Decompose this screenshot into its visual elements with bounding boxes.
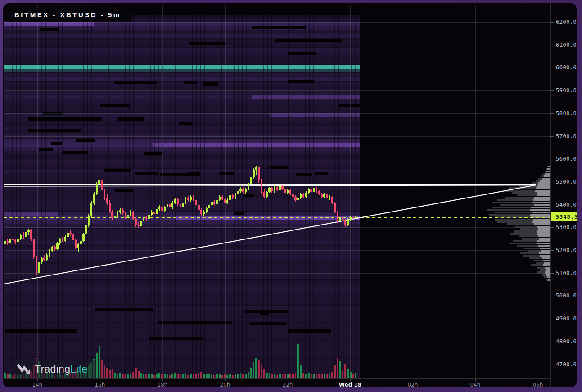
price-tick-label: 5700.0 bbox=[556, 133, 577, 140]
candle bbox=[261, 180, 262, 192]
candle bbox=[36, 257, 37, 272]
candle bbox=[294, 197, 296, 200]
time-tick-label: Wed 18 bbox=[339, 382, 361, 387]
time-tick-label: 02h bbox=[408, 382, 418, 387]
candle bbox=[72, 234, 74, 240]
candle bbox=[9, 239, 11, 243]
price-tick-label: 5500.0 bbox=[556, 179, 577, 185]
candle bbox=[318, 191, 320, 194]
candle bbox=[106, 198, 108, 203]
candle bbox=[276, 187, 278, 190]
price-tick-label: 6200.0 bbox=[556, 19, 577, 25]
candle bbox=[255, 167, 257, 170]
candle bbox=[62, 239, 63, 241]
candle bbox=[114, 216, 116, 218]
candle bbox=[140, 221, 142, 226]
candle bbox=[148, 215, 150, 219]
symbol-title: BITMEX - XBTUSD - 5m bbox=[4, 8, 132, 22]
candle bbox=[180, 204, 181, 207]
candle bbox=[229, 195, 231, 200]
candle bbox=[279, 186, 281, 190]
candle bbox=[347, 220, 349, 225]
candle bbox=[329, 197, 330, 198]
candle bbox=[127, 215, 129, 217]
candle bbox=[109, 203, 111, 212]
price-tick-label: 5100.0 bbox=[556, 270, 577, 276]
candle bbox=[161, 207, 163, 211]
candle bbox=[41, 258, 42, 262]
candle bbox=[59, 239, 61, 243]
candle bbox=[27, 230, 29, 232]
candles-layer bbox=[3, 3, 577, 387]
candle bbox=[258, 167, 260, 180]
tradinglite-logo-text: TradingLite bbox=[35, 363, 88, 375]
candle bbox=[274, 187, 275, 191]
candle bbox=[235, 194, 236, 198]
candle bbox=[82, 234, 84, 241]
candle bbox=[117, 212, 118, 216]
candle bbox=[138, 225, 140, 226]
candle bbox=[200, 210, 202, 214]
candle bbox=[208, 205, 210, 208]
candle bbox=[321, 194, 323, 197]
price-tick-mark bbox=[550, 205, 554, 205]
candle bbox=[266, 192, 268, 197]
candle bbox=[145, 217, 147, 219]
candle bbox=[250, 177, 252, 184]
candle bbox=[104, 190, 105, 198]
chart-canvas[interactable]: 6200.06100.06000.05900.05800.05700.05600… bbox=[3, 3, 577, 387]
candle bbox=[164, 207, 166, 211]
candle bbox=[130, 212, 131, 215]
candle bbox=[344, 220, 346, 225]
candle bbox=[263, 192, 265, 197]
candle bbox=[23, 235, 24, 237]
candle bbox=[167, 204, 168, 207]
price-tick-label: 5800.0 bbox=[556, 110, 577, 117]
time-tick-mark bbox=[100, 379, 100, 381]
time-axis[interactable]: 14h16h18h20h22hWed 1802h04h06h bbox=[3, 378, 577, 387]
price-axis[interactable]: 6200.06100.06000.05900.05800.05700.05600… bbox=[550, 3, 577, 387]
time-tick-label: 20h bbox=[220, 382, 230, 387]
price-tick-label: 4700.0 bbox=[556, 361, 577, 368]
candle bbox=[182, 203, 184, 207]
candle bbox=[245, 189, 247, 192]
candle bbox=[316, 188, 317, 191]
candle bbox=[302, 194, 304, 197]
candle bbox=[49, 251, 50, 255]
candle bbox=[51, 247, 53, 251]
price-tick-mark bbox=[550, 68, 554, 68]
candle bbox=[308, 189, 310, 193]
time-tick-label: 04h bbox=[470, 382, 481, 387]
candle bbox=[64, 237, 66, 241]
candle bbox=[300, 194, 302, 198]
candle bbox=[297, 198, 299, 200]
candle bbox=[12, 239, 14, 240]
candle bbox=[232, 195, 234, 198]
candle bbox=[193, 197, 194, 200]
candle bbox=[203, 212, 205, 214]
price-tick-mark bbox=[550, 159, 554, 159]
candle bbox=[213, 202, 215, 204]
candle bbox=[132, 212, 134, 219]
candle bbox=[153, 212, 155, 214]
time-tick-mark bbox=[225, 379, 226, 381]
price-tick-mark bbox=[550, 273, 554, 274]
candle bbox=[248, 184, 249, 189]
time-tick-mark bbox=[288, 379, 288, 381]
candle bbox=[313, 188, 315, 192]
candle bbox=[337, 212, 338, 221]
candle bbox=[101, 180, 103, 190]
candle bbox=[90, 203, 92, 216]
price-tick-mark bbox=[550, 22, 554, 23]
candle bbox=[46, 255, 48, 260]
current-price-badge: 5348.5 bbox=[551, 212, 577, 221]
candle bbox=[125, 213, 126, 217]
candle bbox=[187, 198, 189, 200]
candle bbox=[85, 225, 87, 234]
candle bbox=[96, 184, 98, 194]
candle bbox=[350, 217, 352, 220]
price-tick-label: 6100.0 bbox=[556, 42, 577, 48]
price-tick-mark bbox=[550, 45, 554, 45]
candle bbox=[211, 202, 212, 205]
candle bbox=[122, 210, 124, 213]
